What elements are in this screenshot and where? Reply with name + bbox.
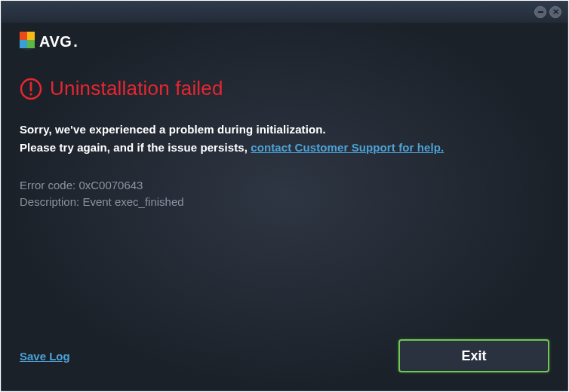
heading-row: Uninstallation failed <box>20 77 549 100</box>
error-code-value: 0xC0070643 <box>78 179 143 191</box>
dialog-window: ✕ AVG. U <box>1 1 568 391</box>
alert-icon <box>20 78 42 100</box>
svg-rect-0 <box>20 32 27 40</box>
svg-rect-1 <box>27 32 35 40</box>
logo-dot: . <box>73 33 78 51</box>
logo: AVG. <box>20 32 549 51</box>
close-icon: ✕ <box>552 8 559 16</box>
error-desc-value: Event exec_finished <box>82 195 183 208</box>
minimize-button[interactable] <box>534 6 546 18</box>
close-button[interactable]: ✕ <box>549 6 561 18</box>
error-desc-row: Description: Event exec_finished <box>20 194 549 211</box>
svg-rect-2 <box>20 40 27 48</box>
logo-icon <box>20 32 35 51</box>
message-line2-prefix: Please try again, and if the issue persi… <box>20 141 251 154</box>
message-line2: Please try again, and if the issue persi… <box>20 139 549 156</box>
exit-button[interactable]: Exit <box>398 339 549 372</box>
save-log-link[interactable]: Save Log <box>20 350 70 363</box>
svg-point-7 <box>29 93 32 95</box>
message-line1: Sorry, we've experienced a problem durin… <box>20 121 549 138</box>
error-code-label: Error code: <box>20 179 78 191</box>
titlebar: ✕ <box>2 2 567 23</box>
svg-marker-4 <box>20 48 35 51</box>
heading-text: Uninstallation failed <box>50 77 223 100</box>
svg-rect-3 <box>27 40 35 48</box>
logo-text: AVG <box>39 33 72 51</box>
support-link[interactable]: contact Customer Support for help. <box>251 141 444 154</box>
minimize-icon <box>538 11 543 13</box>
error-code-row: Error code: 0xC0070643 <box>20 177 549 194</box>
message-block: Sorry, we've experienced a problem durin… <box>20 121 549 156</box>
error-block: Error code: 0xC0070643 Description: Even… <box>20 177 549 211</box>
dialog-content: AVG. Uninstallation failed Sorry, we've … <box>2 23 567 390</box>
footer: Save Log Exit <box>20 339 549 372</box>
error-desc-label: Description: <box>20 195 82 208</box>
